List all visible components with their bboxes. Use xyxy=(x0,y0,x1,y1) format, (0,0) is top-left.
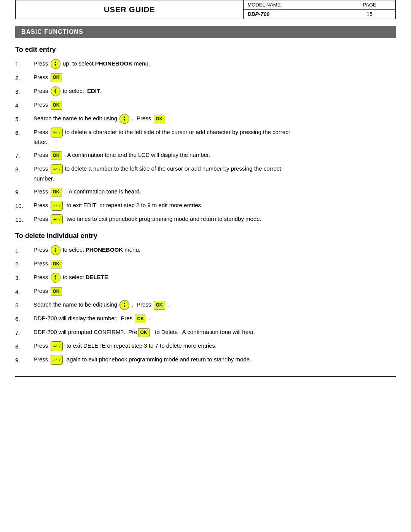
ok-badge: OK xyxy=(51,101,62,110)
delete-step-9: 9. Press ↩〈 again to exit phonebook prog… xyxy=(15,355,396,365)
ok-badge: OK xyxy=(51,260,62,268)
delete-step-4: 4. Press OK xyxy=(15,286,396,296)
delete-step-8: 8. Press ↩〈 to exit DELETE or repeat ste… xyxy=(15,341,396,351)
edit-step-7: 7. Press OK . A confirmation tone and th… xyxy=(15,150,396,160)
edit-step-11: 11. Press ↩〈 two times to exit phonebook… xyxy=(15,214,396,224)
header-right-cell: MODEL NAME PAGE DDP-700 15 xyxy=(244,0,396,19)
back-icon: ↩〈 xyxy=(51,164,63,174)
arrow-icon xyxy=(51,273,61,283)
model-name-label: MODEL NAME xyxy=(244,0,344,10)
edit-step-9: 9. Press OK . A confirmation tone is hea… xyxy=(15,187,396,197)
delete-step-7: 7. DDP-700 will prompted CONFIRM?. PreOK… xyxy=(15,328,396,337)
back-icon: ↩〈 xyxy=(51,201,63,211)
model-name-value: DDP-700 xyxy=(244,10,344,19)
delete-step-5: 5. Search the name to be edit using . Pr… xyxy=(15,300,396,310)
edit-step-2: 2. Press OK xyxy=(15,73,396,83)
arrow-icon xyxy=(51,59,61,69)
header-table: USER GUIDE MODEL NAME PAGE DDP-700 15 xyxy=(15,0,396,19)
edit-step-5: 5. Search the name to be edit using . Pr… xyxy=(15,114,396,124)
bottom-divider xyxy=(15,376,396,377)
edit-step-4: 4. Press OK xyxy=(15,100,396,110)
delete-step-2: 2. Press OK xyxy=(15,259,396,269)
delete-step-6: 6. DDP-700 will display the number. Pres… xyxy=(15,314,396,324)
section-header: BASIC FUNCTIONS xyxy=(15,26,396,38)
back-icon: ↩〈 xyxy=(51,214,63,224)
back-icon: ↩〈 xyxy=(51,128,63,137)
arrow-icon xyxy=(119,114,129,124)
ok-badge: OK xyxy=(51,287,62,296)
arrow-icon xyxy=(51,245,61,255)
back-icon: ↩〈 xyxy=(51,355,63,365)
edit-step-6: 6. Press ↩〈 to delete a character to the… xyxy=(15,128,396,147)
ok-badge: OK xyxy=(51,188,62,197)
delete-step-1: 1. Press to select PHONEBOOK menu. xyxy=(15,245,396,255)
page-label: PAGE xyxy=(344,0,395,10)
arrow-icon xyxy=(119,300,129,310)
user-guide-title: USER GUIDE xyxy=(16,0,244,19)
edit-step-10: 10. Press ↩〈 to exit EDIT or repeat step… xyxy=(15,201,396,211)
page-value: 15 xyxy=(344,10,395,19)
edit-step-3: 3. Press to select EDIT. xyxy=(15,86,396,96)
arrow-icon xyxy=(51,86,61,96)
edit-step-8: 8. Press ↩〈 to delete a number to the le… xyxy=(15,164,396,183)
delete-entry-steps: 1. Press to select PHONEBOOK menu. 2. Pr… xyxy=(15,245,396,365)
delete-step-3: 3. Press to select DELETE. xyxy=(15,273,396,283)
ok-badge: OK xyxy=(154,115,165,123)
edit-entry-steps: 1. Press up to select PHONEBOOK menu. 2.… xyxy=(15,59,396,224)
ok-badge: OK xyxy=(135,315,146,323)
ok-badge: OK xyxy=(51,73,62,82)
delete-entry-title: To delete individual entry xyxy=(15,232,396,240)
ok-badge: OK xyxy=(154,301,165,310)
ok-badge: OK xyxy=(138,328,150,337)
ok-badge: OK xyxy=(51,151,62,160)
edit-step-1: 1. Press up to select PHONEBOOK menu. xyxy=(15,59,396,69)
edit-entry-title: To edit entry xyxy=(15,46,396,54)
back-icon: ↩〈 xyxy=(51,341,63,351)
